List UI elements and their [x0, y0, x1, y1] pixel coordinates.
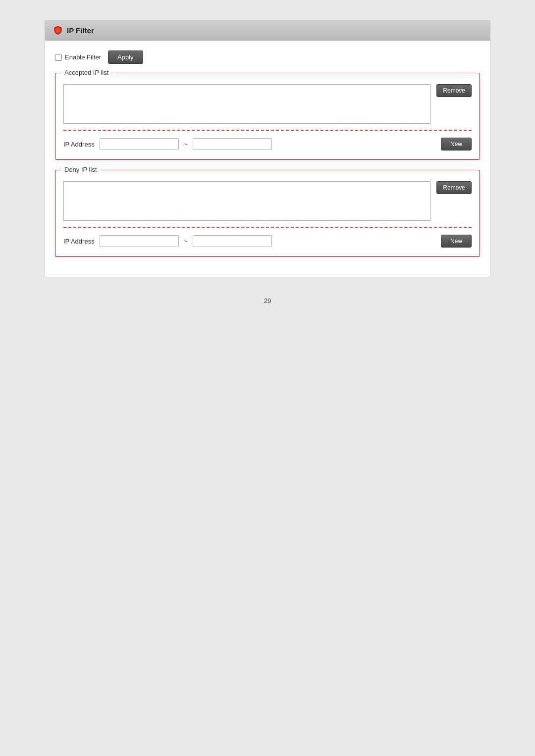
- deny-list-box[interactable]: [63, 181, 430, 221]
- ip-filter-panel: IP Filter Enable Filter Apply Accepted I…: [45, 20, 490, 277]
- deny-section-title: Deny IP list: [61, 166, 100, 173]
- accepted-ip-input-from[interactable]: [100, 138, 179, 150]
- apply-button[interactable]: Apply: [108, 50, 143, 64]
- deny-tilde: ~: [184, 237, 188, 245]
- panel-header: IP Filter: [45, 20, 490, 41]
- deny-new-button[interactable]: New: [441, 235, 472, 248]
- deny-input-row: IP Address ~ New: [63, 235, 472, 248]
- accepted-divider: [63, 130, 472, 131]
- accepted-tilde: ~: [184, 140, 188, 148]
- panel-title: IP Filter: [67, 26, 94, 35]
- shield-icon: [53, 25, 63, 35]
- accepted-input-row: IP Address ~ New: [63, 138, 472, 151]
- accepted-new-button[interactable]: New: [441, 138, 472, 151]
- deny-remove-button[interactable]: Remove: [436, 181, 472, 194]
- accepted-list-box[interactable]: [63, 84, 430, 124]
- accepted-section-title: Accepted IP list: [61, 69, 111, 76]
- enable-filter-label[interactable]: Enable Filter: [55, 53, 101, 61]
- page-number: 29: [45, 297, 490, 304]
- deny-ip-label: IP Address: [63, 238, 95, 245]
- deny-divider: [63, 227, 472, 228]
- accepted-list-area: Remove: [63, 84, 472, 124]
- accepted-ip-section: Accepted IP list Remove IP Address ~ New: [55, 73, 480, 160]
- panel-body: Enable Filter Apply Accepted IP list Rem…: [45, 41, 490, 277]
- deny-ip-input-to[interactable]: [193, 235, 272, 247]
- deny-list-area: Remove: [63, 181, 472, 221]
- deny-ip-input-from[interactable]: [100, 235, 179, 247]
- page-wrapper: IP Filter Enable Filter Apply Accepted I…: [45, 20, 490, 304]
- accepted-ip-label: IP Address: [63, 141, 95, 148]
- accepted-ip-input-to[interactable]: [193, 138, 272, 150]
- enable-filter-checkbox[interactable]: [55, 54, 62, 61]
- accepted-remove-button[interactable]: Remove: [436, 84, 472, 97]
- deny-ip-section: Deny IP list Remove IP Address ~ New: [55, 170, 480, 257]
- top-controls: Enable Filter Apply: [55, 50, 480, 64]
